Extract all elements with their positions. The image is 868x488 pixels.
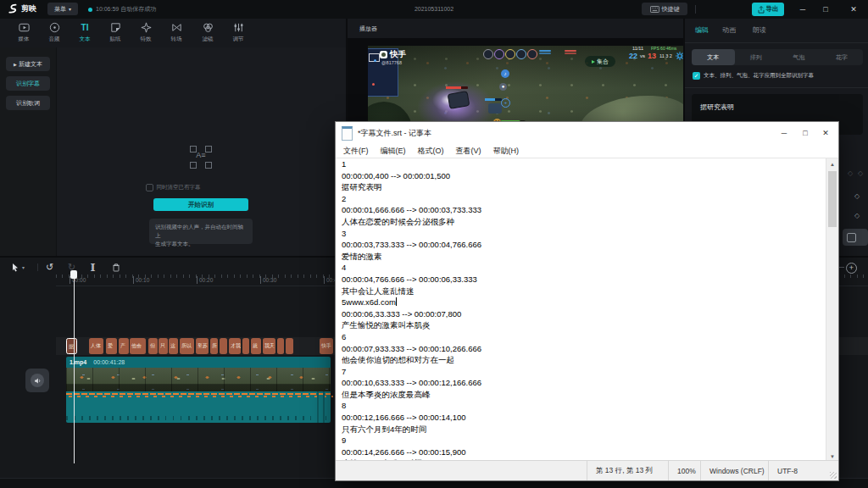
subtitle-clip[interactable]: 人体: [89, 338, 103, 354]
subtab-arrange[interactable]: 排列: [735, 49, 778, 65]
notepad-scrollbar[interactable]: ▲ ▼: [826, 158, 838, 463]
player-header: 播放器: [348, 19, 685, 38]
tab-edit[interactable]: 编辑: [695, 25, 709, 35]
subtitle-clip[interactable]: [242, 338, 249, 354]
audio-waveform-track[interactable]: [66, 391, 331, 423]
notepad-close-button[interactable]: ✕: [815, 122, 836, 144]
subtitle-clip[interactable]: 爱: [106, 338, 117, 354]
notepad-line: 据研究表明: [336, 181, 838, 193]
close-button[interactable]: ✕: [843, 0, 865, 19]
subtitle-clip[interactable]: 就: [251, 338, 261, 354]
notepad-doc-icon: [342, 126, 353, 141]
notepad-title-bar[interactable]: *字幕文件.srt - 记事本 ─ □ ✕: [336, 122, 838, 144]
subtitle-clip[interactable]: 产: [119, 338, 129, 354]
timeline-zoom-in-button[interactable]: +: [846, 263, 857, 274]
scrollbar-thumb[interactable]: [828, 171, 837, 227]
toolbar-tab-media[interactable]: 媒体: [10, 21, 37, 47]
sidebar-item-new-text[interactable]: ▶ 新建文本: [6, 57, 50, 71]
subtitle-clip[interactable]: [220, 338, 227, 354]
menu-item-help[interactable]: 帮助(H): [487, 146, 526, 157]
toolbar-tab-filter[interactable]: 滤镜: [194, 21, 221, 47]
subtitle-clip[interactable]: 才我: [229, 338, 241, 354]
keyframe-diamond-icon[interactable]: ◇: [854, 212, 860, 219]
text-icon: TI: [71, 21, 98, 34]
minimize-button[interactable]: ─: [792, 0, 814, 19]
resize-grip[interactable]: [830, 472, 837, 479]
sidebar-item-recognize-subtitle[interactable]: 识别字幕: [6, 76, 50, 91]
kuaishou-watermark: 快手: [380, 49, 406, 60]
menu-item-file[interactable]: 文件(F): [337, 146, 375, 157]
menu-item-edit[interactable]: 编辑(E): [375, 146, 412, 157]
app-window: 剪映 菜单▾ 10:06:59 自动保存成功 202105311002 快捷键 …: [0, 0, 868, 488]
subtitle-clip[interactable]: 这: [169, 338, 178, 354]
subtitle-clip[interactable]: 他会: [130, 338, 146, 354]
score-left: 22: [629, 52, 637, 60]
ruler-label: 00:30: [260, 276, 276, 284]
video-clip-thumbnails[interactable]: [66, 368, 331, 391]
subtab-text[interactable]: 文本: [692, 49, 735, 65]
subtitle-clip[interactable]: 所: [210, 338, 218, 354]
hero-portrait: [527, 49, 537, 59]
notepad-minimize-button[interactable]: ─: [774, 122, 794, 144]
menu-item-view[interactable]: 查看(V): [450, 146, 487, 157]
apply-all-checkbox[interactable]: ✓: [693, 72, 700, 80]
toolbar-tab-sticker[interactable]: 贴纸: [102, 21, 129, 47]
clear-existing-subtitles-row[interactable]: 同时清空已有字幕: [0, 184, 346, 191]
subtitle-clip[interactable]: [277, 338, 284, 354]
waveform-notch: [323, 391, 325, 423]
toolbar-tab-text[interactable]: TI 文本: [71, 21, 98, 47]
panel-partial-button[interactable]: [843, 229, 868, 246]
subtitle-clip[interactable]: 我天: [263, 338, 275, 354]
start-recognition-button[interactable]: 开始识别: [153, 198, 248, 211]
subtitle-clip[interactable]: 至苏: [196, 338, 209, 354]
delete-button[interactable]: [111, 261, 121, 273]
keyframe-diamond-icon[interactable]: ◇: [858, 169, 863, 177]
subtitle-recognition-icon: A≡: [190, 146, 212, 169]
playhead-handle[interactable]: [70, 270, 77, 279]
undo-button[interactable]: ↺: [46, 261, 53, 273]
export-button[interactable]: 导出: [752, 3, 784, 16]
playhead-line[interactable]: [74, 274, 75, 463]
track-mute-button[interactable]: [25, 369, 49, 392]
notepad-line: 00:00:10,633.333 --> 00:00:12,166.666: [336, 377, 838, 389]
keyframe-diamond-icon[interactable]: ◇: [848, 169, 853, 177]
notepad-line: 00:00:06,33.333 --> 00:00:07,800: [336, 308, 838, 320]
video-clip-header[interactable]: 1.mp4 00:00:41:28: [66, 357, 331, 368]
tab-read-aloud[interactable]: 朗读: [753, 25, 766, 35]
notepad-maximize-button[interactable]: □: [795, 122, 815, 144]
shortcut-keys-button[interactable]: 快捷键: [642, 3, 687, 15]
toolbar-tab-audio[interactable]: 音频: [41, 21, 68, 47]
subtitle-clip[interactable]: 只: [159, 338, 168, 354]
sidebar-item-recognize-lyrics[interactable]: 识别歌词: [6, 96, 50, 110]
scroll-up-icon[interactable]: ▲: [826, 158, 838, 170]
maximize-button[interactable]: □: [815, 0, 837, 19]
hero-portrait: [516, 49, 526, 59]
caret-right-icon: ▶: [14, 62, 17, 67]
subtab-fancy-text[interactable]: 花字: [821, 49, 864, 65]
subtitle-clip[interactable]: [286, 338, 293, 354]
notepad-line: 但是本季炎的浓度最高峰: [336, 389, 838, 401]
voice-speaker-icon: ♪: [501, 69, 509, 78]
toolbar-tab-effects[interactable]: 特效: [132, 21, 159, 47]
select-tool-button[interactable]: ▾: [10, 261, 25, 273]
notepad-line: 3: [336, 228, 838, 240]
subtab-bubble[interactable]: 气泡: [777, 49, 821, 65]
media-icon: [10, 21, 37, 34]
toolbar-tab-transition[interactable]: 转场: [163, 21, 190, 47]
toolbar-tab-adjust[interactable]: 调节: [225, 21, 252, 47]
apply-to-all-row[interactable]: ✓ 文本、排列、气泡、花字应用到全部识别字幕: [693, 72, 814, 80]
keyframe-diamond-icon[interactable]: ◇: [854, 192, 860, 200]
team-bar-blue: [539, 50, 551, 52]
clear-checkbox[interactable]: [146, 184, 153, 191]
menu-item-format[interactable]: 格式(O): [412, 146, 450, 157]
subtitle-clip[interactable]: 所以: [180, 338, 194, 354]
tab-animation[interactable]: 动画: [722, 25, 736, 35]
subtitle-clip[interactable]: 快手: [320, 338, 333, 354]
notepad-text-area[interactable]: 1 00:00:00,400 --> 00:00:01,500 据研究表明 2 …: [336, 158, 838, 463]
topbar-separator: [695, 5, 696, 14]
notepad-status-bar: 第 13 行, 第 13 列 100% Windows (CRLF) UTF-8: [336, 460, 838, 480]
subtitle-clip[interactable]: 但: [148, 338, 158, 354]
split-button[interactable]: ][: [91, 261, 94, 273]
adjust-icon: [225, 21, 252, 34]
subtitle-clip[interactable]: 据: [66, 338, 77, 354]
